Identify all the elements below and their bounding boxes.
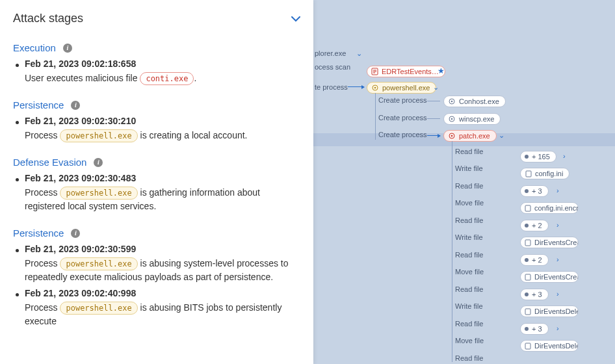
stage-heading[interactable]: Persistencei xyxy=(13,228,80,239)
file-icon xyxy=(525,204,531,212)
info-icon[interactable]: i xyxy=(63,44,72,53)
svg-point-4 xyxy=(451,101,453,103)
process-graph-panel[interactable]: plorer.exe ⌄ ocess scan EDRTestEvents… ★… xyxy=(313,0,615,364)
graph-node-label: plorer.exe xyxy=(315,49,346,57)
process-token[interactable]: powershell.exe xyxy=(60,187,137,200)
svg-rect-11 xyxy=(525,240,530,246)
event-description: Process powershell.exe is gathering info… xyxy=(25,186,300,213)
graph-node-edr[interactable]: EDRTestEvents… xyxy=(367,66,445,77)
file-chip[interactable]: DirEventsCreat… xyxy=(520,237,579,248)
info-icon[interactable]: i xyxy=(71,101,80,110)
dot-icon xyxy=(525,224,529,228)
process-token[interactable]: powershell.exe xyxy=(60,129,137,142)
graph-node-label: te process xyxy=(315,83,348,91)
chevron-down-icon[interactable]: ⌄ xyxy=(433,83,439,92)
file-chip[interactable]: DirEventsDelet… xyxy=(520,340,579,352)
file-chip[interactable]: DirEventsDelet… xyxy=(520,306,579,317)
svg-point-8 xyxy=(451,135,453,137)
count-chip[interactable]: + 3 xyxy=(520,185,549,197)
file-chip[interactable]: config.ini.encr… xyxy=(520,202,579,214)
chevron-down-icon[interactable] xyxy=(291,14,300,24)
dot-icon xyxy=(525,155,529,159)
file-op-label: Write file xyxy=(455,233,483,241)
graph-node-winscp[interactable]: winscp.exe xyxy=(443,113,501,125)
stage-name: Execution xyxy=(13,42,56,53)
info-icon[interactable]: i xyxy=(94,158,103,167)
svg-rect-10 xyxy=(525,205,530,211)
dot-icon xyxy=(525,189,529,193)
event-description: Process powershell.exe is abusing system… xyxy=(25,257,300,284)
chevron-right-icon[interactable]: › xyxy=(556,187,559,194)
chevron-down-icon[interactable]: ⌄ xyxy=(356,49,362,58)
info-icon[interactable]: i xyxy=(71,229,80,238)
dot-icon xyxy=(525,258,529,262)
event-item: Feb 21, 2023 09:02:18:658User executes m… xyxy=(13,58,300,85)
file-op-label: Move file xyxy=(455,337,484,344)
stage-block: PersistenceiFeb 21, 2023 09:02:30:210Pro… xyxy=(13,99,300,142)
chevron-down-icon[interactable]: ⌄ xyxy=(499,131,504,140)
count-chip[interactable]: + 165 xyxy=(520,151,556,162)
stage-block: ExecutioniFeb 21, 2023 09:02:18:658User … xyxy=(13,42,300,85)
event-description: User executes malicious file conti.exe. xyxy=(25,72,300,85)
event-description: Process powershell.exe is abusing BITS j… xyxy=(25,301,300,328)
count-chip[interactable]: + 2 xyxy=(520,254,549,266)
event-timestamp: Feb 21, 2023 09:02:18:658 xyxy=(25,58,300,69)
count-chip[interactable]: + 3 xyxy=(520,323,549,335)
chevron-right-icon[interactable]: › xyxy=(556,255,559,263)
svg-rect-13 xyxy=(525,309,530,315)
event-timestamp: Feb 21, 2023 09:02:30:483 xyxy=(25,173,300,183)
file-op-label: Read file xyxy=(455,251,483,259)
graph-node-patch[interactable]: patch.exe xyxy=(443,130,497,142)
event-timestamp: Feb 21, 2023 09:02:30:599 xyxy=(25,244,300,254)
stage-heading[interactable]: Persistencei xyxy=(13,99,80,110)
script-icon xyxy=(371,68,378,75)
file-icon xyxy=(525,170,532,177)
file-chip[interactable]: config.ini xyxy=(520,168,569,179)
chevron-right-icon[interactable]: › xyxy=(563,152,566,160)
graph-edge-label: Create process xyxy=(378,114,427,122)
svg-rect-14 xyxy=(525,343,530,349)
count-chip[interactable]: + 2 xyxy=(520,220,549,231)
graph-node-label: EDRTestEvents… xyxy=(382,68,439,75)
event-item: Feb 21, 2023 09:02:30:599Process powersh… xyxy=(13,244,300,284)
stage-heading[interactable]: Executioni xyxy=(13,42,72,53)
chevron-right-icon[interactable]: › xyxy=(556,290,559,298)
file-icon xyxy=(525,342,531,350)
chevron-right-icon[interactable]: › xyxy=(556,221,559,229)
svg-point-6 xyxy=(451,118,453,120)
process-token[interactable]: conti.exe xyxy=(140,72,194,85)
file-op-label: Write file xyxy=(455,164,483,172)
file-chip[interactable]: DirEventsCreat… xyxy=(520,271,579,283)
file-op-label: Read file xyxy=(455,285,483,293)
count-chip[interactable]: + 3 xyxy=(520,289,549,300)
graph-node-powershell[interactable]: powershell.exe xyxy=(367,82,436,94)
file-op-label: Write file xyxy=(455,302,483,310)
graph-edge-label: Create process xyxy=(378,96,427,104)
file-op-label: Read file xyxy=(455,216,483,224)
panel-header[interactable]: Attack stages xyxy=(13,12,300,25)
file-op-label: Read file xyxy=(455,182,483,190)
svg-rect-12 xyxy=(525,274,530,280)
gear-icon xyxy=(448,132,456,140)
star-icon[interactable]: ★ xyxy=(438,66,445,75)
graph-node-conhost[interactable]: Conhost.exe xyxy=(443,96,506,107)
svg-rect-9 xyxy=(526,171,531,177)
gear-icon xyxy=(448,115,456,123)
stage-heading[interactable]: Defense Evasioni xyxy=(13,157,103,168)
file-op-label: Move file xyxy=(455,268,484,276)
file-op-label: Read file xyxy=(455,148,483,155)
stage-name: Persistence xyxy=(13,228,64,239)
event-timestamp: Feb 21, 2023 09:02:40:998 xyxy=(25,288,300,298)
dot-icon xyxy=(525,292,529,296)
attack-stages-panel: Attack stages ExecutioniFeb 21, 2023 09:… xyxy=(0,0,313,364)
event-item: Feb 21, 2023 09:02:40:998Process powersh… xyxy=(13,288,300,328)
chevron-right-icon[interactable]: › xyxy=(556,324,559,332)
process-token[interactable]: powershell.exe xyxy=(60,257,137,270)
file-op-label: Read file xyxy=(455,320,483,328)
event-timestamp: Feb 21, 2023 09:02:30:210 xyxy=(25,116,300,126)
gear-icon xyxy=(448,98,456,105)
graph-node-label: patch.exe xyxy=(459,132,490,140)
panel-title: Attack stages xyxy=(13,12,83,25)
process-token[interactable]: powershell.exe xyxy=(60,302,137,315)
dot-icon xyxy=(525,327,529,331)
